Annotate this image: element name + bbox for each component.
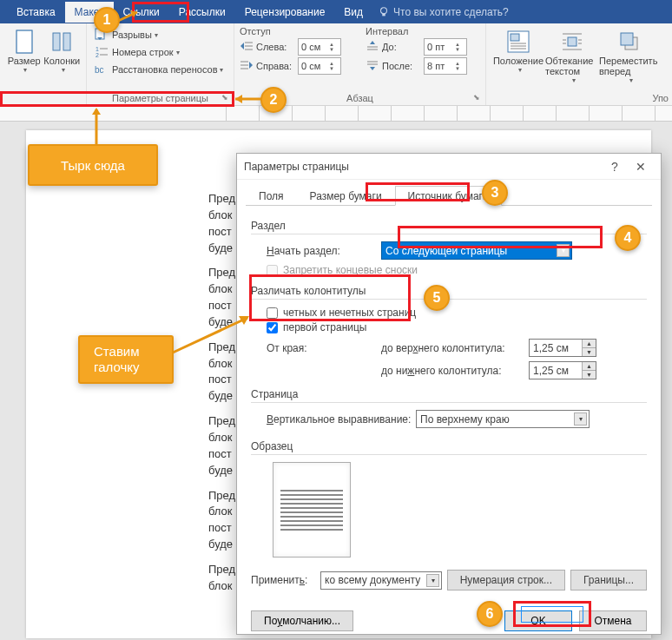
tab-links[interactable]: Ссылки [114,2,169,23]
indent-left-row: Слева:0 см▲▼ [240,38,341,56]
svg-rect-2 [16,30,32,53]
position-icon [504,28,532,56]
cancel-button[interactable]: Отмена [579,610,647,631]
footer-distance-row: до нижнего колонтитула: 1,25 см▲▼ [251,361,647,379]
columns-button[interactable]: Колонки▾ [43,26,82,74]
spacing-before-input[interactable]: 0 пт▲▼ [424,38,467,56]
size-button[interactable]: Размер▾ [5,26,43,74]
svg-rect-5 [63,33,70,50]
columns-icon [48,28,76,56]
group-page-setup-right: Разрывы▾ 12Номера строк▾ bcРасстановка п… [87,23,234,105]
ok-button[interactable]: OK [504,610,572,631]
footer-distance-input[interactable]: 1,25 см▲▼ [529,361,596,379]
indent-header: Отступ [240,26,341,36]
callout-5: 5 [424,285,450,311]
ruler[interactable] [0,106,672,122]
apply-row: Применить: ко всему документу▾ Нумерация… [251,570,647,591]
spacing-after-icon [366,59,379,73]
callout-6: 6 [477,601,503,627]
tab-view[interactable]: Вид [334,2,372,23]
spacing-before-row: До:0 пт▲▼ [366,38,467,56]
apply-label: Применить: [251,574,320,586]
group-label-arrange: Упо [486,93,672,103]
svg-text:1: 1 [96,46,99,52]
bring-forward-button[interactable]: Переместить вперед▾ [599,26,660,84]
start-label: Начать раздел: [251,245,381,257]
svg-rect-35 [621,33,633,45]
default-button[interactable]: По умолчанию... [251,610,353,631]
section-start-select[interactable]: Со следующей страницы▾ [381,241,572,260]
spacing-after-row: После:8 пт▲▼ [366,57,467,75]
section-start-row: Начать раздел: Со следующей страницы▾ [251,241,647,260]
line-numbers-icon: 12 [95,45,109,59]
page-setup-launcher[interactable]: ⬊ [221,93,230,102]
columns-label: Колонки [43,56,80,66]
chevron-down-icon: ▾ [557,244,570,257]
callout-tip-2: Ставим галочку [78,335,174,384]
dialog-body: Раздел Начать раздел: Со следующей стран… [237,206,661,604]
header-distance-input[interactable]: 1,25 см▲▼ [529,339,596,357]
checkbox-icon [267,265,278,276]
position-button[interactable]: Положение▾ [491,26,545,84]
tab-margins[interactable]: Поля [246,186,297,206]
callout-3: 3 [482,180,508,206]
header-distance-row: От края: до верхнего колонтитула: 1,25 с… [251,339,647,357]
chevron-down-icon: ▾ [426,574,439,587]
suppress-endnotes-check[interactable]: Запретить концевые сноски [267,264,647,276]
dialog-close-button[interactable]: ✕ [628,160,654,174]
svg-rect-27 [568,37,576,46]
borders-button[interactable]: Границы... [570,570,647,591]
header-label: до верхнего колонтитула: [381,342,529,354]
svg-text:2: 2 [96,52,99,58]
dialog-help-button[interactable]: ? [602,160,628,174]
line-numbers-button[interactable]: Нумерация строк... [447,570,565,591]
apply-select[interactable]: ко всему документу▾ [320,571,442,590]
svg-text:bc: bc [95,65,104,75]
tab-insert[interactable]: Вставка [7,2,65,23]
line-numbers-button[interactable]: 12Номера строк▾ [92,43,228,61]
dialog-titlebar: Параметры страницы ? ✕ [237,154,661,180]
checkbox-icon [267,322,278,333]
svg-rect-23 [511,34,519,41]
spacing-before-icon [366,40,379,54]
indent-right-input[interactable]: 0 см▲▼ [298,57,341,75]
valign-row: Вертикальное выравнивание: По верхнему к… [251,410,647,428]
callout-4: 4 [615,225,641,251]
hyphenation-icon: bc [95,63,109,76]
dialog-tabs: Поля Размер бумаги Источник бумаги [246,185,652,206]
checkbox-icon [267,307,278,319]
tab-review[interactable]: Рецензирование [235,2,335,23]
group-label-page-setup: Параметры страницы [87,93,234,103]
paragraph-launcher[interactable]: ⬊ [473,93,482,102]
tab-mailings[interactable]: Рассылки [169,2,235,23]
wrap-icon [558,28,586,56]
tell-me[interactable]: Что вы хотите сделать? [378,6,509,18]
ribbon: Размер▾ Колонки▾ Разрывы▾ 12Номера строк… [0,23,672,106]
indent-left-input[interactable]: 0 см▲▼ [298,38,341,56]
group-page-setup-left: Размер▾ Колонки▾ [0,23,87,105]
preview-header: Образец [251,440,647,455]
svg-rect-1 [382,13,385,16]
dialog-footer: По умолчанию... OK Отмена [237,604,661,638]
callout-tip-1: Тырк сюда [28,144,158,186]
bulb-icon [378,6,390,18]
dialog-title: Параметры страницы [244,161,349,173]
forward-icon [616,28,643,56]
size-icon [10,28,38,56]
valign-label: Вертикальное выравнивание: [251,413,416,426]
tell-me-label: Что вы хотите сделать? [393,6,509,18]
spacing-after-input[interactable]: 8 пт▲▼ [424,57,467,75]
page-header: Страница [251,388,647,403]
section-header: Раздел [251,220,647,234]
odd-even-check[interactable]: четных и нечетных страниц [267,307,647,319]
size-label: Размер [8,56,41,66]
group-arrange: Положение▾ Обтекание текстом▾ Переместит… [486,23,672,105]
wrap-button[interactable]: Обтекание текстом▾ [545,26,599,84]
from-edge-label: От края: [251,342,381,354]
tab-paper[interactable]: Размер бумаги [297,186,395,206]
valign-select[interactable]: По верхнему краю▾ [416,410,590,428]
svg-point-0 [381,7,387,13]
indent-right-row: Справа:0 см▲▼ [240,57,341,75]
first-page-check[interactable]: первой страницы [267,321,647,333]
hyphenation-button[interactable]: bcРасстановка переносов▾ [92,61,228,78]
